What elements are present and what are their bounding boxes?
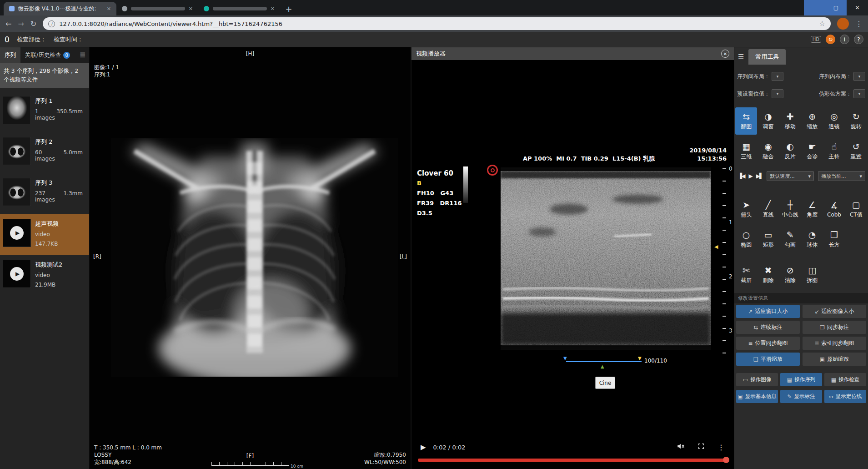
series-layout-dropdown[interactable]: 序列间布局： ▾ xyxy=(737,72,783,81)
tool-split-image[interactable]: ◫拆图 xyxy=(801,261,823,288)
tool-line[interactable]: ╱直线 xyxy=(757,196,779,223)
tool-3d[interactable]: ▦三维 xyxy=(735,137,757,165)
tool-host[interactable]: ☝主持 xyxy=(823,137,845,165)
tab-series[interactable]: 序列 xyxy=(0,47,20,63)
browser-tab-3[interactable]: ✕ xyxy=(198,2,280,15)
series-item-3[interactable]: 序列 3 237 images 1.3mm xyxy=(0,173,89,214)
video-player-titlebar[interactable]: 视频播放器 ✕ xyxy=(411,47,734,60)
window-close-button[interactable]: ✕ xyxy=(847,0,868,15)
continuous-annotate-button[interactable]: ⇆连续标注 xyxy=(736,321,800,334)
info-icon[interactable]: i xyxy=(840,35,849,44)
playback-speed-dropdown[interactable]: 默认速度... ▾ xyxy=(767,171,814,181)
window-preset-dropdown[interactable]: 预设窗位值： ▾ xyxy=(737,89,783,98)
show-locator-lines-button[interactable]: ↔显示定位线 xyxy=(824,390,866,403)
tool-arrow[interactable]: ➤箭头 xyxy=(735,196,757,223)
series-2-thumbnail[interactable] xyxy=(3,137,31,165)
sync-annotate-button[interactable]: ❐同步标注 xyxy=(803,321,866,334)
tool-pan[interactable]: ✚移动 xyxy=(779,107,801,135)
tool-flip-pages[interactable]: ⇆翻图 xyxy=(735,107,757,135)
tool-invert[interactable]: ◐反片 xyxy=(779,137,801,165)
help-icon[interactable]: ? xyxy=(854,35,863,44)
series-item-1[interactable]: 序列 1 1 images 350.5mm xyxy=(0,91,89,132)
tab-close-icon[interactable]: ✕ xyxy=(107,6,111,12)
reload-icon[interactable]: ↻ xyxy=(30,20,36,28)
position-sync-flip-button[interactable]: ≡位置同步翻图 xyxy=(736,337,800,350)
xray-viewport[interactable]: [H] 图像:1 / 1 序列:1 [R] [L] T : 350.5 mm L… xyxy=(89,47,411,469)
tool-angle[interactable]: ∠角度 xyxy=(801,196,823,223)
tool-sphere[interactable]: ◔球体 xyxy=(801,226,823,253)
tool-rotate[interactable]: ↻旋转 xyxy=(845,107,867,135)
tool-reset[interactable]: ↺重置 xyxy=(845,137,867,165)
tool-rectangle[interactable]: ▭矩形 xyxy=(757,226,779,253)
refresh-icon[interactable]: ↻ xyxy=(826,35,835,44)
series-3-thumbnail[interactable] xyxy=(3,178,31,206)
video-item-ultrasound[interactable]: ▶ 超声视频 video 147.7KB xyxy=(0,214,89,255)
video-1-thumbnail[interactable]: ▶ xyxy=(3,219,31,247)
tool-clear[interactable]: ⊘清除 xyxy=(779,261,801,288)
series-item-2[interactable]: 序列 2 60 images 5.0mm xyxy=(0,132,89,173)
video-item-test2[interactable]: ▶ 视频测试2 video 21.9MB xyxy=(0,255,89,296)
index-sync-flip-button[interactable]: ≣索引同步翻图 xyxy=(803,337,866,350)
tool-cobb[interactable]: ∡Cobb xyxy=(823,196,845,223)
playback-play-icon[interactable]: ▶ xyxy=(748,173,752,179)
caret-down-icon[interactable]: ▾ xyxy=(772,72,783,81)
tool-freehand[interactable]: ✎勾画 xyxy=(779,226,801,253)
fullscreen-icon[interactable] xyxy=(697,443,705,452)
operate-study-button[interactable]: ▦操作检查 xyxy=(824,373,866,386)
video-play-button[interactable]: ▶ xyxy=(421,443,426,451)
caret-down-icon[interactable]: ▾ xyxy=(853,72,865,81)
hd-quality-badge[interactable]: HD xyxy=(811,36,821,43)
original-zoom-button[interactable]: ▣原始缩放 xyxy=(803,353,866,366)
bookmark-star-icon[interactable]: ☆ xyxy=(819,20,825,28)
tab-common-tools[interactable]: 常用工具 xyxy=(748,49,786,65)
tool-cuboid[interactable]: ❒长方 xyxy=(823,226,845,253)
video-close-icon[interactable]: ✕ xyxy=(721,50,729,58)
in-series-layout-dropdown[interactable]: 序列内布局： ▾ xyxy=(819,72,865,81)
mute-icon[interactable] xyxy=(677,442,685,452)
tool-magnifier[interactable]: ◎透镜 xyxy=(823,107,845,135)
ultrasound-image[interactable] xyxy=(501,167,711,350)
fit-window-button[interactable]: ↗适应窗口大小 xyxy=(736,305,800,318)
browser-tab-active[interactable]: 微云影像 V4.1.0---极速/专业的: ✕ xyxy=(4,2,116,15)
window-minimize-button[interactable]: — xyxy=(804,0,825,15)
forward-icon[interactable]: → xyxy=(18,20,24,28)
tool-centerline[interactable]: ┼中心线 xyxy=(779,196,801,223)
playback-next-icon[interactable]: ▶▌ xyxy=(756,173,763,179)
video-progress-bar[interactable] xyxy=(418,459,728,462)
back-icon[interactable]: ← xyxy=(5,20,11,28)
video-progress-knob[interactable] xyxy=(723,457,729,463)
browser-tab-2[interactable]: ✕ xyxy=(116,2,198,15)
browser-menu-icon[interactable]: ⋮ xyxy=(855,20,863,28)
tool-zoom[interactable]: ⊕缩放 xyxy=(801,107,823,135)
tool-ct-value[interactable]: ▢CT值 xyxy=(845,196,867,223)
sidebar-menu-icon[interactable]: ☰ xyxy=(76,51,89,59)
caret-down-icon[interactable]: ▾ xyxy=(772,89,783,98)
video-more-icon[interactable]: ⋮ xyxy=(717,443,725,452)
playback-prev-icon[interactable]: ▐◀ xyxy=(738,173,744,179)
window-maximize-button[interactable]: ▢ xyxy=(825,0,847,15)
show-annotations-button[interactable]: ✎显示标注 xyxy=(780,390,822,403)
tab-history[interactable]: 关联/历史检查 0 xyxy=(20,47,75,63)
smooth-zoom-button[interactable]: ❑平滑缩放 xyxy=(736,353,800,366)
operate-series-button[interactable]: ▤操作序列 xyxy=(780,373,822,386)
site-info-icon[interactable]: i xyxy=(48,20,55,27)
xray-image[interactable] xyxy=(111,138,398,377)
profile-avatar[interactable] xyxy=(837,18,849,30)
address-bar[interactable]: i 127.0.0.1:8020/radiance/WebContent/vie… xyxy=(43,17,831,30)
tool-panel-menu-icon[interactable]: ☰ xyxy=(738,53,744,65)
video-2-thumbnail[interactable]: ▶ xyxy=(3,260,31,288)
tab3-close-icon[interactable]: ✕ xyxy=(271,6,275,12)
tab2-close-icon[interactable]: ✕ xyxy=(189,6,193,12)
cine-button[interactable]: Cine xyxy=(595,377,615,389)
video-stage[interactable]: AP 100% MI 0.7 TIB 0.29 L15-4(B) 乳腺 2019… xyxy=(411,60,734,469)
show-basic-info-button[interactable]: ▣显示基本信息 xyxy=(736,390,778,403)
playback-target-dropdown[interactable]: 播放当前... ▾ xyxy=(818,171,865,181)
url-text[interactable]: 127.0.0.1:8020/radiance/WebContent/viewe… xyxy=(59,20,815,27)
pseudocolor-dropdown[interactable]: 伪彩色方案： ▾ xyxy=(819,89,865,98)
frame-scrub-line[interactable] xyxy=(566,361,642,362)
tool-consult[interactable]: ☛会诊 xyxy=(801,137,823,165)
fit-image-button[interactable]: ↙适应图像大小 xyxy=(803,305,866,318)
caret-down-icon[interactable]: ▾ xyxy=(853,89,865,98)
tool-delete[interactable]: ✖删除 xyxy=(757,261,779,288)
series-1-thumbnail[interactable] xyxy=(3,96,31,124)
